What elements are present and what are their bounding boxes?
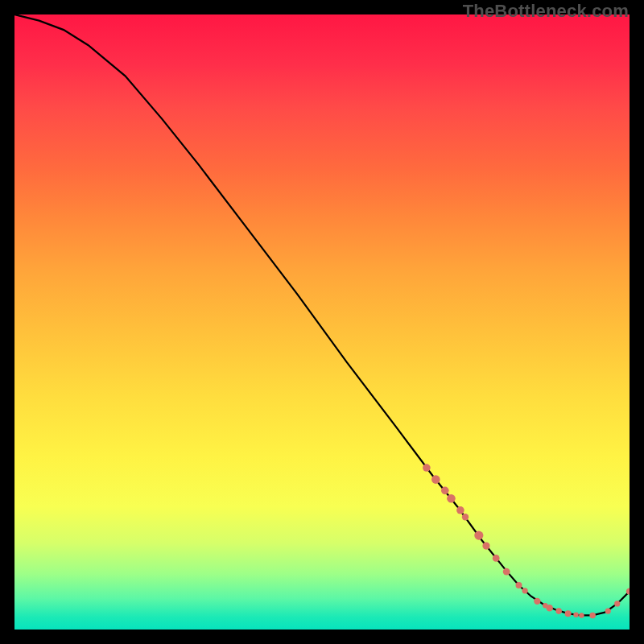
chart-marker <box>573 612 578 617</box>
chart-marker <box>515 582 522 588</box>
bottleneck-chart <box>14 14 630 630</box>
chart-marker <box>474 531 483 540</box>
chart-marker <box>579 613 584 617</box>
chart-markers <box>423 464 630 618</box>
chart-marker <box>423 464 431 472</box>
chart-marker <box>546 605 552 611</box>
chart-marker <box>589 613 596 619</box>
chart-marker <box>605 608 611 613</box>
chart-marker <box>555 608 562 614</box>
chart-marker <box>482 543 489 550</box>
chart-marker <box>431 475 440 484</box>
chart-marker <box>614 601 620 606</box>
chart-marker <box>441 487 449 495</box>
chart-marker <box>522 588 528 593</box>
chart-marker <box>462 514 469 520</box>
chart-marker <box>456 506 464 514</box>
chart-marker <box>534 598 540 605</box>
chart-marker <box>447 494 456 503</box>
chart-curve <box>14 14 630 615</box>
chart-marker <box>503 568 510 576</box>
chart-marker <box>493 555 500 562</box>
chart-marker <box>565 610 572 617</box>
